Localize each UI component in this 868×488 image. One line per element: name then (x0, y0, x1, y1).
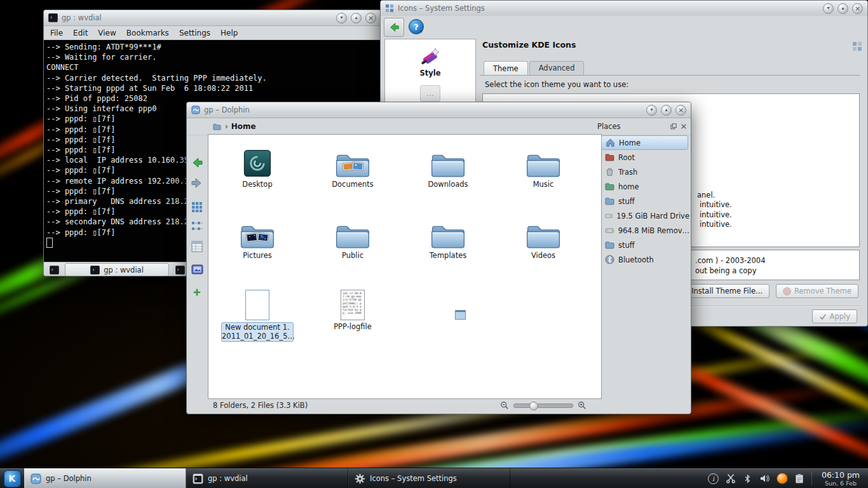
task-wvdial[interactable]: gp : wvdial (186, 468, 348, 488)
menu-file[interactable]: File (45, 29, 68, 37)
file-item-new-document[interactable]: New document 1. 2011_01_20_16_5… (210, 281, 305, 352)
folder-item-music[interactable]: Music (496, 139, 591, 210)
task-system-settings[interactable]: Icons – System Settings (348, 468, 510, 488)
folder-item-desktop[interactable]: Desktop (210, 139, 305, 210)
zoom-out-icon[interactable] (500, 401, 509, 410)
logfile-icon: Jan 17 09:47:18 gp-Aspire-5738 pppd[1946… (341, 281, 365, 320)
zoom-slider-handle[interactable] (529, 402, 538, 410)
folder-icon (605, 196, 614, 206)
maximize-button[interactable] (837, 3, 848, 14)
chevron-right-icon (225, 122, 228, 131)
folder-icon (430, 210, 466, 249)
menu-bookmarks[interactable]: Bookmarks (121, 29, 174, 37)
page-title: Customize KDE Icons (482, 40, 576, 50)
folder-item-documents[interactable]: Documents (305, 139, 400, 210)
folder-item-pictures[interactable]: Pictures (210, 210, 305, 281)
bluetooth-icon[interactable] (743, 474, 752, 484)
removable-drive-icon (605, 226, 614, 235)
clock-time: 06:10 pm (822, 470, 860, 480)
tab-theme[interactable]: Theme (484, 61, 528, 76)
install-theme-label: Install Theme File... (691, 287, 763, 295)
toolbar (381, 16, 867, 37)
kde-menu-button[interactable] (0, 468, 24, 488)
clock-date: Sun, 6 Feb (825, 480, 857, 487)
folder-item-videos[interactable]: Videos (496, 210, 591, 281)
remove-theme-button[interactable]: Remove Theme (776, 284, 858, 298)
selected-file-label: New document 1. 2011_01_20_16_5… (221, 322, 294, 342)
item-label: Documents (332, 180, 374, 189)
menu-edit[interactable]: Edit (68, 29, 93, 37)
split-tab-button[interactable] (173, 264, 187, 276)
breadcrumb[interactable]: Home (187, 122, 593, 131)
zoom-in-icon[interactable] (578, 401, 587, 410)
compact-view-button[interactable] (189, 218, 205, 234)
places-item-hard-drive[interactable]: 19.5 GiB Hard Drive (600, 208, 689, 223)
breadcrumb-home[interactable]: Home (231, 122, 256, 131)
system-settings-titlebar[interactable]: Icons – System Settings (381, 1, 867, 17)
status-text: 8 Folders, 2 Files (3.3 KiB) (213, 401, 500, 410)
terminal-cursor (46, 238, 53, 248)
folder-item-public[interactable]: Public (305, 210, 400, 281)
places-item-trash[interactable]: Trash (600, 165, 689, 179)
new-tab-button[interactable] (47, 264, 61, 276)
close-button[interactable] (365, 13, 376, 24)
klipper-scissors-icon[interactable] (726, 473, 736, 484)
zoom-slider[interactable] (513, 403, 573, 408)
clock[interactable]: 06:10 pm Sun, 6 Feb (813, 468, 868, 488)
dolphin-titlebar[interactable]: gp – Dolphin (187, 102, 691, 118)
places-item-stuff2[interactable]: stuff (600, 238, 689, 252)
folder-icon (430, 139, 466, 178)
system-settings-icon (385, 4, 394, 13)
maximize-button[interactable] (351, 13, 362, 24)
places-item-bluetooth[interactable]: Bluetooth (600, 252, 689, 267)
back-button[interactable] (384, 18, 404, 37)
theme-description-fragment: anel. (697, 191, 715, 200)
menu-help[interactable]: Help (215, 29, 243, 37)
item-label: Desktop (242, 180, 272, 189)
task-dolphin[interactable]: gp – Dolphin (24, 468, 186, 488)
tab-advanced[interactable]: Advanced (529, 61, 585, 75)
places-item-removable-drive[interactable]: 964.8 MiB Remov… (600, 223, 689, 238)
places-item-home-folder[interactable]: home (600, 179, 689, 194)
close-button[interactable] (852, 3, 863, 14)
minimize-button[interactable] (823, 3, 834, 14)
close-panel-icon[interactable] (681, 123, 687, 130)
places-item-stuff[interactable]: stuff (600, 194, 689, 208)
minimize-button[interactable] (646, 105, 657, 116)
close-button[interactable] (675, 105, 686, 116)
folder-item-templates[interactable]: Templates (400, 210, 496, 281)
overview-grid-icon[interactable] (852, 41, 862, 51)
icons-view-button[interactable] (189, 199, 205, 215)
preview-button[interactable] (189, 261, 205, 278)
trash-icon (605, 167, 614, 177)
menu-view[interactable]: View (93, 29, 121, 37)
file-item-ppp-logfile[interactable]: Jan 17 09:47:18 gp-Aspire-5738 pppd[1946… (305, 281, 400, 352)
volume-icon[interactable] (759, 473, 770, 484)
status-bar: 8 Folders, 2 Files (3.3 KiB) (208, 398, 600, 413)
updates-orb-icon[interactable] (776, 473, 788, 484)
clipboard-notes-icon[interactable] (795, 473, 804, 484)
kde-logo-icon (4, 470, 21, 487)
chevron-down-icon[interactable] (420, 29, 423, 34)
notifications-icon[interactable] (708, 473, 719, 484)
tab-wvdial[interactable]: gp : wvdial (65, 263, 169, 276)
folder-item-downloads[interactable]: Downloads (400, 139, 496, 210)
document-file-icon (245, 281, 269, 320)
konsole-titlebar[interactable]: gp : wvdial (44, 10, 381, 26)
float-panel-icon[interactable] (670, 123, 677, 130)
details-view-button[interactable] (189, 238, 205, 255)
menu-settings[interactable]: Settings (174, 29, 215, 37)
split-view-button[interactable] (189, 284, 205, 301)
places-item-home[interactable]: Home (601, 135, 688, 150)
folder-view[interactable]: Desktop Documents Downloads Music (208, 134, 602, 399)
minimize-button[interactable] (336, 13, 347, 24)
places-item-root[interactable]: Root (600, 150, 689, 165)
remove-theme-label: Remove Theme (794, 287, 851, 295)
forward-button[interactable] (189, 175, 205, 191)
back-button[interactable] (189, 154, 205, 171)
places-label: stuff (618, 241, 635, 250)
dolphin-icon (31, 473, 41, 484)
category-style[interactable]: Style (385, 39, 475, 78)
maximize-button[interactable] (661, 105, 672, 116)
apply-button[interactable]: Apply (812, 309, 857, 323)
